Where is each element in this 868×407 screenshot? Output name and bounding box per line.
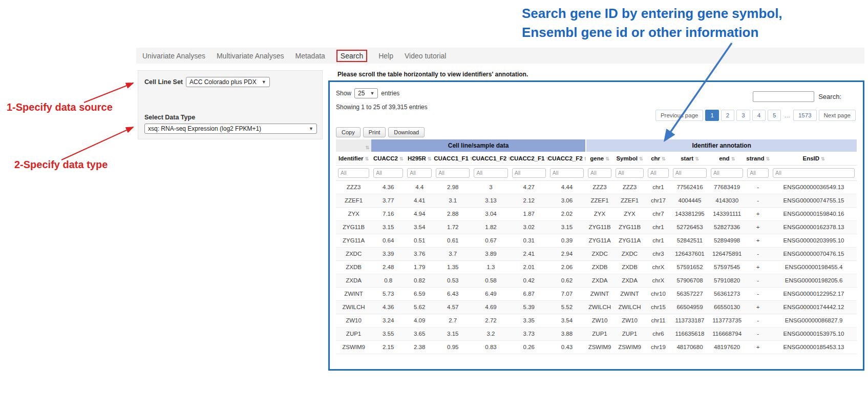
cell-strand: + <box>745 300 771 314</box>
column-header-start[interactable]: start⇅ <box>671 152 709 165</box>
nav-tab-search[interactable]: Search <box>336 50 367 62</box>
sort-icon: ⇅ <box>366 145 370 150</box>
cell-gene: ZXDA <box>586 274 613 287</box>
cell-chr: chr1 <box>646 220 671 234</box>
nav-tab-help[interactable]: Help <box>378 52 393 60</box>
cell-cuacc2: 0.64 <box>371 234 405 247</box>
cell-end: 4143030 <box>709 194 745 207</box>
cell-cuacc1-f2: 6.49 <box>472 287 510 300</box>
cell-symbol: ZXDA <box>613 274 646 287</box>
column-header-cuacc1-f2[interactable]: CUACC1_F2⇅ <box>472 152 510 165</box>
cell-cuacc2-f1: 3.73 <box>510 327 548 340</box>
table-search-input[interactable] <box>753 91 814 102</box>
cell-start: 57906708 <box>671 274 709 287</box>
filter-input-strand[interactable] <box>747 168 769 178</box>
page-button-3[interactable]: 3 <box>736 110 750 121</box>
identifier-group-corner-cell[interactable]: ⇅ <box>336 139 371 152</box>
filter-input-start[interactable] <box>673 168 707 178</box>
cell-cuacc2: 2.48 <box>371 260 405 274</box>
column-header-h295r[interactable]: H295R⇅ <box>405 152 434 165</box>
data-source-panel: Cell Line Set ACC Colorado plus PDX ▼ Se… <box>138 70 323 139</box>
print-button[interactable]: Print <box>363 127 386 137</box>
sort-icon: ⇅ <box>584 156 586 161</box>
cell-gene: ZYX <box>586 207 613 220</box>
column-header-symbol[interactable]: Symbol⇅ <box>613 152 646 165</box>
copy-button[interactable]: Copy <box>336 127 361 137</box>
cell-cuacc2-f2: 5.52 <box>548 300 586 314</box>
column-header-strand[interactable]: strand⇅ <box>745 152 771 165</box>
nav-tab-univariate-analyses[interactable]: Univariate Analyses <box>142 52 205 60</box>
cell-identifier: ZXDA <box>336 274 371 287</box>
table-row: ZXDA0.80.820.530.580.420.62ZXDAZXDAchrX5… <box>336 274 857 287</box>
cell-ensid: ENSG00000122952.17 <box>771 287 857 300</box>
cell-cuacc1-f2: 1.82 <box>472 220 510 234</box>
column-header-cuacc2-f1[interactable]: CUACC2_F1⇅ <box>510 152 548 165</box>
cell-identifier: ZYX <box>336 207 371 220</box>
filter-input-symbol[interactable] <box>616 168 644 178</box>
filter-input-cuacc1-f1[interactable] <box>436 168 470 178</box>
page-length-select[interactable]: 25 ▼ <box>354 88 378 98</box>
table-row: ZSWIM92.152.380.950.830.260.43ZSWIM9ZSWI… <box>336 340 857 354</box>
column-header-ensid[interactable]: EnsID⇅ <box>771 152 857 165</box>
cell-h295r: 6.59 <box>405 287 434 300</box>
cell-end: 52827336 <box>709 220 745 234</box>
filter-input-ensid[interactable] <box>773 168 855 178</box>
page-button-1573[interactable]: 1573 <box>793 110 817 121</box>
filter-input-chr[interactable] <box>648 168 669 178</box>
page-button-4[interactable]: 4 <box>752 110 766 121</box>
column-header-cuacc2[interactable]: CUACC2⇅ <box>371 152 405 165</box>
cell-line-set-select[interactable]: ACC Colorado plus PDX ▼ <box>186 77 270 87</box>
annotation-search-note-line1: Search gene ID by entering gene symbol, <box>522 4 782 23</box>
cell-cuacc2-f2: 2.02 <box>548 207 586 220</box>
download-button[interactable]: Download <box>388 127 425 137</box>
sort-icon: ⇅ <box>365 156 369 161</box>
cell-identifier: ZXDC <box>336 247 371 260</box>
nav-tab-multivariate-analyses[interactable]: Multivariate Analyses <box>217 52 284 60</box>
cell-cuacc2-f2: 4.44 <box>548 180 586 194</box>
cell-start: 143381295 <box>671 207 709 220</box>
filter-input-h295r[interactable] <box>407 168 432 178</box>
filter-input-cuacc2[interactable] <box>373 168 403 178</box>
column-header-end[interactable]: end⇅ <box>709 152 745 165</box>
cell-end: 56361273 <box>709 287 745 300</box>
column-header-cuacc1-f1[interactable]: CUACC1_F1⇅ <box>434 152 472 165</box>
column-header-identifier[interactable]: Identifier⇅ <box>336 152 371 165</box>
cell-end: 57597545 <box>709 260 745 274</box>
filter-cell-cuacc1-f2 <box>472 165 510 180</box>
cell-cuacc1-f2: 0.67 <box>472 234 510 247</box>
cell-identifier: ZW10 <box>336 314 371 327</box>
cell-h295r: 2.38 <box>405 340 434 354</box>
filter-input-cuacc2-f2[interactable] <box>550 168 584 178</box>
cell-cuacc2-f2: 0.62 <box>548 274 586 287</box>
cell-strand: + <box>745 234 771 247</box>
sort-icon: ⇅ <box>639 156 643 161</box>
data-type-select[interactable]: xsq: RNA-seq Expression (log2 FPKM+1) ▼ <box>144 124 317 134</box>
column-header-chr[interactable]: chr⇅ <box>646 152 671 165</box>
filter-cell-strand <box>745 165 771 180</box>
cell-cuacc1-f2: 0.83 <box>472 340 510 354</box>
filter-cell-chr <box>646 165 671 180</box>
cell-cuacc1-f1: 2.7 <box>434 314 472 327</box>
filter-input-cuacc2-f1[interactable] <box>512 168 546 178</box>
nav-tab-metadata[interactable]: Metadata <box>295 52 325 60</box>
page-button-2[interactable]: 2 <box>721 110 734 121</box>
filter-input-cuacc1-f2[interactable] <box>474 168 507 178</box>
nav-tab-video-tutorial[interactable]: Video tutorial <box>405 52 446 60</box>
cell-h295r: 0.51 <box>405 234 434 247</box>
page-button-1[interactable]: 1 <box>705 110 718 121</box>
page-button-5[interactable]: 5 <box>768 110 781 121</box>
cell-cuacc1-f2: 3.89 <box>472 247 510 260</box>
screenshot-canvas: Search gene ID by entering gene symbol, … <box>0 0 868 407</box>
next-page-button[interactable]: Next page <box>819 110 856 121</box>
column-header-cuacc2-f2[interactable]: CUACC2_F2⇅ <box>548 152 586 165</box>
cell-cuacc1-f1: 0.61 <box>434 234 472 247</box>
filter-input-gene[interactable] <box>588 168 611 178</box>
cell-chr: chr1 <box>646 180 671 194</box>
cell-cuacc1-f1: 6.43 <box>434 287 472 300</box>
column-label: CUACC2_F1 <box>510 155 545 161</box>
previous-page-button[interactable]: Previous page <box>655 110 704 121</box>
cell-identifier: ZZEF1 <box>336 194 371 207</box>
filter-input-identifier[interactable] <box>338 168 369 178</box>
filter-input-end[interactable] <box>711 168 743 178</box>
column-header-gene[interactable]: gene⇅ <box>586 152 613 165</box>
